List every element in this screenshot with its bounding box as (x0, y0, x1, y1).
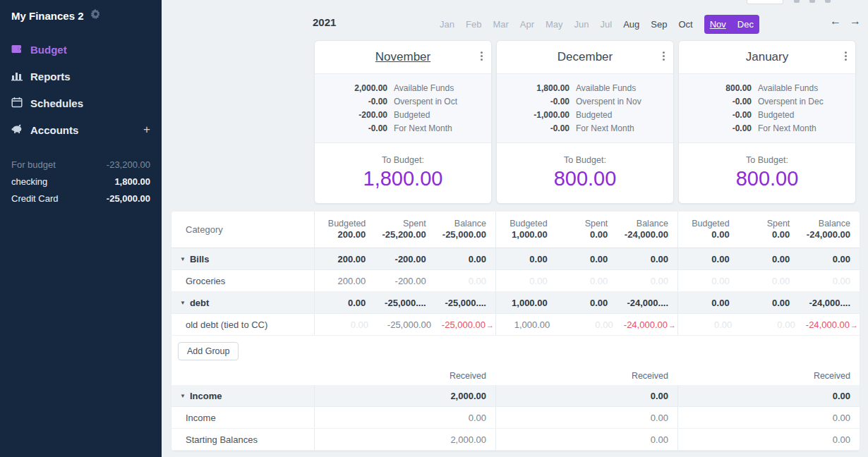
settings-gear-icon[interactable] (90, 9, 101, 22)
received-cell: 2,000.00 (315, 434, 495, 445)
to-budget-amount[interactable]: 800.00 (497, 167, 673, 190)
month-tab-oct[interactable]: Oct (678, 17, 692, 32)
month-tab-jul[interactable]: Jul (601, 17, 613, 32)
summary-amount: -200.00 (315, 110, 387, 120)
to-budget-label: To Budget: (315, 155, 491, 165)
month-tab-feb[interactable]: Feb (466, 17, 481, 32)
summary-amount: 800.00 (679, 83, 752, 93)
sidebar-item-accounts[interactable]: Accounts + (0, 116, 162, 143)
budgeted-cell: 1,000.00 (496, 298, 557, 308)
add-group-strip: Add Group (171, 336, 860, 367)
category-name[interactable]: Starting Balances (186, 434, 258, 445)
table-row-old-debt[interactable]: old debt (tied to CC) 0.00 -25,000.00 -2… (171, 314, 860, 336)
card-menu-kebab-icon[interactable] (663, 51, 665, 61)
budget-app: My Finances 2 Budget Reports (0, 0, 868, 457)
summary-label: For Next Month (394, 123, 452, 133)
category-name[interactable]: old debt (tied to CC) (186, 319, 267, 330)
month-columns-january: Budgeted0.00 Spent0.00 Balance-24,000.00 (677, 212, 860, 248)
spent-cell[interactable]: 0.00 (741, 319, 804, 330)
sidebar-item-label: Schedules (30, 97, 83, 109)
received-cell: 0.00 (678, 413, 860, 423)
month-tab-apr[interactable]: Apr (520, 17, 534, 32)
category-name[interactable]: Income (186, 413, 216, 423)
spent-cell[interactable]: 0.00 (739, 276, 800, 286)
cutoff-toolbar-dot (809, 0, 815, 3)
card-month-title[interactable]: November (375, 50, 430, 64)
table-row-starting-balances[interactable]: Starting Balances 2,000.00 0.00 0.00 (171, 429, 860, 451)
spent-cell[interactable]: -25,000.00 (378, 319, 440, 330)
account-name: For budget (11, 159, 107, 170)
to-budget-amount[interactable]: 800.00 (679, 167, 855, 190)
year-label: 2021 (313, 16, 336, 28)
budgeted-cell: 0.00 (496, 254, 557, 264)
spent-cell: -200.00 (375, 254, 435, 264)
card-menu-kebab-icon[interactable] (481, 51, 483, 61)
total-budgeted: 1,000.00 (496, 229, 548, 240)
spent-cell[interactable]: 0.00 (559, 319, 622, 330)
month-tab-sep[interactable]: Sep (651, 17, 667, 32)
table-row-group-income[interactable]: ▼Income 2,000.00 0.00 0.00 (171, 385, 860, 407)
collapse-triangle-icon[interactable]: ▼ (180, 393, 186, 399)
carryover-arrow-icon[interactable]: → (486, 321, 494, 329)
table-row-groceries[interactable]: Groceries 200.00 -200.00 0.00 0.00 0.00 … (171, 270, 860, 292)
prev-month-arrow-icon[interactable]: ← (830, 15, 841, 28)
month-tab-nov[interactable]: Nov (710, 17, 726, 32)
month-tab-may[interactable]: May (545, 17, 563, 32)
budgeted-cell[interactable]: 0.00 (315, 319, 378, 330)
balance-cell[interactable]: -24,000.00 (624, 319, 668, 330)
budgeted-cell[interactable]: 1,000.00 (496, 319, 559, 330)
bar-chart-icon (11, 70, 23, 83)
table-row-group-debt[interactable]: ▼debt 0.00 -25,000.... -25,000.... 1,000… (171, 292, 860, 314)
month-card-november: November 2,000.00Available Funds -0.00Ov… (314, 40, 492, 204)
cutoff-toolbar (747, 0, 783, 4)
to-budget-amount[interactable]: 1,800.00 (315, 167, 491, 190)
month-tab-jun[interactable]: Jun (574, 17, 589, 32)
budgeted-cell[interactable]: 0.00 (678, 319, 741, 330)
category-name[interactable]: Groceries (186, 276, 225, 286)
add-account-button[interactable]: + (143, 123, 150, 137)
next-month-arrow-icon[interactable]: → (850, 15, 861, 28)
month-tab-jan[interactable]: Jan (440, 17, 454, 32)
table-row-group-bills[interactable]: ▼Bills 200.00 -200.00 0.00 0.00 0.00 0.0… (171, 248, 860, 270)
total-spent: -25,200.00 (375, 229, 426, 240)
summary-amount: -1,000.00 (497, 110, 569, 120)
budgeted-cell[interactable]: 0.00 (496, 276, 557, 286)
month-tab-aug[interactable]: Aug (623, 17, 639, 32)
sidebar-account-credit-card[interactable]: Credit Card -25,000.00 (0, 190, 162, 207)
col-budgeted: Budgeted (315, 219, 366, 229)
month-tab-dec[interactable]: Dec (737, 17, 754, 32)
total-spent: 0.00 (739, 229, 790, 240)
sidebar-account-checking[interactable]: checking 1,800.00 (0, 173, 162, 190)
sidebar-item-reports[interactable]: Reports (0, 63, 162, 90)
col-balance: Balance (435, 219, 486, 229)
card-month-title[interactable]: January (746, 50, 788, 64)
budgeted-cell[interactable]: 0.00 (678, 276, 739, 286)
sidebar-item-schedules[interactable]: Schedules (0, 90, 162, 116)
summary-label: Available Funds (758, 83, 818, 93)
carryover-arrow-icon[interactable]: → (668, 321, 676, 329)
sidebar-item-budget[interactable]: Budget (0, 36, 162, 63)
month-card-december: December 1,800.00Available Funds -0.00Ov… (496, 40, 674, 204)
budgeted-cell[interactable]: 200.00 (315, 276, 375, 286)
month-tab-mar[interactable]: Mar (493, 17, 508, 32)
summary-amount: -0.00 (315, 123, 387, 133)
summary-label: Available Funds (576, 83, 636, 93)
collapse-triangle-icon[interactable]: ▼ (180, 300, 186, 306)
spent-cell[interactable]: 0.00 (557, 276, 617, 286)
col-budgeted: Budgeted (678, 219, 730, 229)
sidebar-account-for-budget[interactable]: For budget -23,200.00 (0, 156, 162, 173)
col-balance: Balance (799, 219, 850, 229)
received-label: Received (677, 371, 860, 381)
add-group-button[interactable]: Add Group (178, 342, 239, 360)
spent-cell[interactable]: -200.00 (375, 276, 435, 286)
collapse-triangle-icon[interactable]: ▼ (180, 256, 186, 262)
summary-label: For Next Month (576, 123, 634, 133)
balance-cell[interactable]: -24,000.00 (806, 319, 850, 330)
card-month-title[interactable]: December (557, 50, 613, 64)
carryover-arrow-icon[interactable]: → (850, 321, 858, 329)
table-row-income[interactable]: Income 0.00 0.00 0.00 (171, 407, 860, 429)
card-menu-kebab-icon[interactable] (845, 51, 847, 61)
wallet-icon (11, 43, 23, 56)
group-name: Bills (190, 254, 209, 264)
balance-cell[interactable]: -25,000.00 (442, 319, 486, 330)
